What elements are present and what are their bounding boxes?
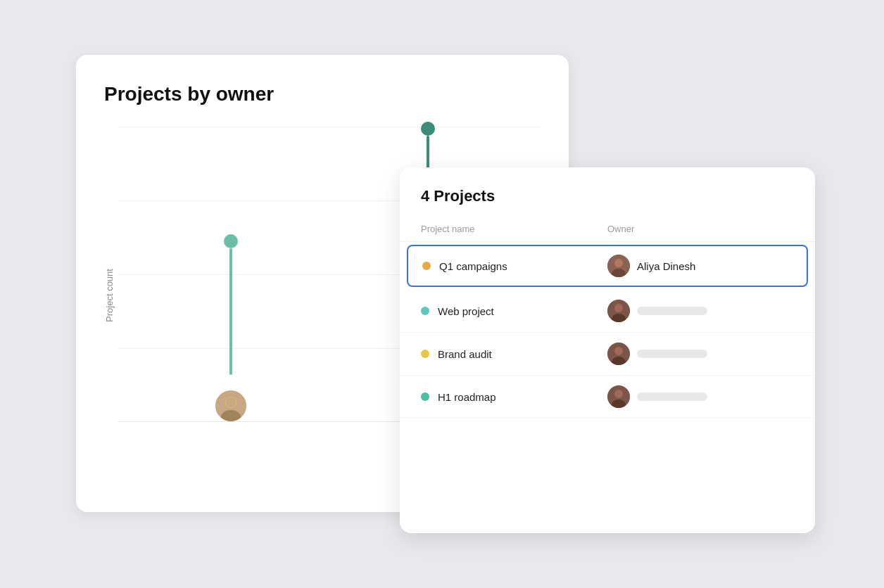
owner-avatar-svg-2 bbox=[607, 300, 630, 322]
col-header-project: Project name bbox=[421, 224, 607, 234]
svg-point-17 bbox=[614, 390, 623, 398]
owner-placeholder-2 bbox=[637, 307, 707, 315]
table-card: 4 Projects Project name Owner Q1 campaig… bbox=[400, 167, 815, 533]
table-header-section: 4 Projects bbox=[400, 167, 815, 217]
svg-point-11 bbox=[614, 304, 623, 312]
svg-point-3 bbox=[226, 397, 236, 407]
project-name-cell-4: H1 roadmap bbox=[421, 391, 607, 403]
col-header-owner: Owner bbox=[607, 224, 794, 234]
owner-placeholder-4 bbox=[637, 392, 707, 401]
project-name-3: Brand audit bbox=[438, 348, 492, 360]
bar-dot-1 bbox=[224, 234, 238, 248]
svg-point-14 bbox=[614, 347, 623, 355]
avatar-svg-1 bbox=[215, 390, 246, 421]
bar-wrapper-1 bbox=[224, 108, 238, 375]
projects-count-title: 4 Projects bbox=[421, 187, 794, 205]
y-axis-label: Project count bbox=[104, 269, 115, 322]
table-row-1[interactable]: Q1 campaigns Aliya Dinesh bbox=[407, 245, 808, 287]
bar-dot-2 bbox=[421, 122, 435, 136]
project-dot-4 bbox=[421, 392, 429, 401]
project-name-cell-3: Brand audit bbox=[421, 348, 607, 360]
avatar-container-1 bbox=[215, 390, 246, 421]
owner-cell-2 bbox=[607, 300, 794, 322]
owner-avatar-svg-1 bbox=[607, 255, 630, 277]
owner-cell-1: Aliya Dinesh bbox=[607, 255, 793, 277]
bar-group-1[interactable] bbox=[160, 108, 301, 421]
bar-stem-1 bbox=[229, 248, 232, 375]
owner-avatar-1 bbox=[607, 255, 630, 277]
project-name-1: Q1 campaigns bbox=[439, 260, 507, 272]
project-dot-1 bbox=[422, 262, 431, 270]
project-dot-3 bbox=[421, 350, 429, 358]
project-name-2: Web project bbox=[438, 305, 494, 317]
owner-placeholder-3 bbox=[637, 350, 707, 358]
table-row-3[interactable]: Brand audit bbox=[400, 333, 815, 376]
table-row-4[interactable]: H1 roadmap bbox=[400, 376, 815, 418]
owner-avatar-4 bbox=[607, 385, 630, 408]
avatar-1 bbox=[215, 390, 246, 421]
owner-cell-4 bbox=[607, 385, 794, 408]
svg-point-8 bbox=[614, 259, 623, 267]
owner-avatar-svg-4 bbox=[607, 385, 630, 408]
table-row-2[interactable]: Web project bbox=[400, 290, 815, 333]
project-name-cell-2: Web project bbox=[421, 305, 607, 317]
owner-cell-3 bbox=[607, 343, 794, 365]
owner-name-1: Aliya Dinesh bbox=[637, 260, 695, 272]
chart-title: Projects by owner bbox=[104, 83, 541, 106]
owner-avatar-3 bbox=[607, 343, 630, 365]
scene: Projects by owner Project count bbox=[55, 41, 829, 547]
project-dot-2 bbox=[421, 307, 429, 315]
project-name-cell-1: Q1 campaigns bbox=[422, 260, 607, 272]
table-col-headers: Project name Owner bbox=[400, 217, 815, 242]
project-name-4: H1 roadmap bbox=[438, 391, 496, 403]
owner-avatar-svg-3 bbox=[607, 343, 630, 365]
owner-avatar-2 bbox=[607, 300, 630, 322]
